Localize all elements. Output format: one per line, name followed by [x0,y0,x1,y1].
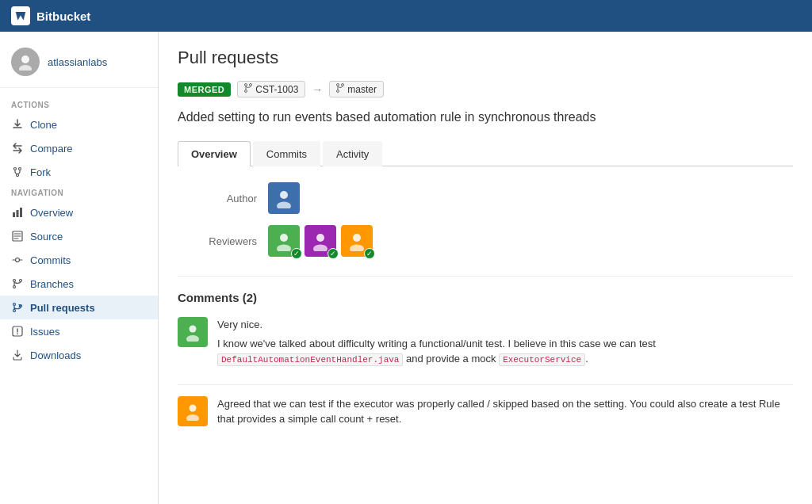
commits-icon [11,254,24,266]
reviewer-2-check: ✓ [327,248,339,259]
sidebar-item-overview[interactable]: Overview [0,200,158,224]
avatar [11,48,40,76]
svg-point-27 [316,234,324,242]
compare-label: Compare [30,143,72,155]
status-badge: MERGED [178,82,231,97]
tab-activity[interactable]: Activity [323,141,382,166]
comment-2-body: Agreed that we can test if the executor … [217,396,793,430]
downloads-icon [11,349,24,361]
comment-1: Very nice. I know we've talked about dif… [178,317,793,370]
sidebar-item-pull-requests[interactable]: Pull requests [0,296,158,319]
overview-label: Overview [30,207,73,219]
reviewers-row: Reviewers ✓ [186,225,785,257]
svg-point-30 [350,245,364,252]
svg-point-29 [353,234,361,242]
clone-icon [11,118,24,131]
navigation-label: NAVIGATION [0,184,158,200]
reviewer-1-check: ✓ [291,248,302,259]
comment-divider [178,384,793,385]
svg-point-2 [14,168,17,170]
overview-content: Author Reviewers [178,182,793,257]
reviewer-3: ✓ [341,225,373,257]
target-branch-icon [336,83,344,95]
page-title: Pull requests [178,48,793,68]
author-label: Author [186,193,257,204]
overview-icon [11,206,24,219]
svg-point-31 [190,326,197,333]
svg-point-10 [13,280,16,282]
logo-icon [11,6,30,25]
sidebar-item-branches[interactable]: Branches [0,272,158,296]
comment-2-avatar [178,396,208,426]
target-branch-tag[interactable]: master [329,81,384,97]
sidebar-item-commits[interactable]: Commits [0,248,158,272]
source-label: Source [30,231,63,242]
svg-point-26 [277,245,291,252]
reviewers-label: Reviewers [186,235,257,247]
sidebar-user: atlassianlabs [0,43,158,88]
comments-section: Comments (2) Very nice. I know we've tal… [178,276,793,430]
pull-requests-label: Pull requests [30,302,95,314]
svg-point-23 [280,191,288,199]
fork-icon [11,166,24,178]
svg-point-21 [342,84,344,86]
comment-1-avatar [178,317,208,347]
reviewer-2: ✓ [304,225,336,257]
sidebar-username[interactable]: atlassianlabs [48,56,107,68]
tabs: Overview Commits Activity [178,140,793,166]
pull-requests-icon [11,301,24,314]
commits-label: Commits [30,254,71,266]
sidebar-item-compare[interactable]: Compare [0,136,158,160]
actions-label: ACTIONS [0,96,158,113]
svg-point-28 [313,245,327,252]
comment-2-line-1: Agreed that we can test if the executor … [217,396,793,427]
author-row: Author [186,182,785,214]
svg-rect-7 [20,208,22,217]
comments-title: Comments (2) [178,291,793,304]
app-layout: atlassianlabs ACTIONS Clone Compare [0,32,812,504]
svg-point-11 [20,280,22,282]
svg-point-18 [250,84,252,86]
main-content: Pull requests MERGED CST-1003 → [159,32,812,504]
target-branch-name: master [347,84,377,95]
svg-rect-6 [17,210,19,217]
tab-commits[interactable]: Commits [253,141,320,166]
svg-point-0 [21,55,29,63]
svg-rect-5 [13,212,15,217]
branches-icon [11,277,24,290]
logo[interactable]: Bitbucket [11,6,90,25]
pr-description: Added setting to run events based automa… [178,109,793,126]
author-avatar [268,182,300,214]
sidebar: atlassianlabs ACTIONS Clone Compare [0,32,159,504]
branch-icon [244,83,252,95]
author-value [268,182,300,214]
sidebar-item-clone[interactable]: Clone [0,113,158,136]
svg-point-24 [277,202,291,209]
source-branch-tag[interactable]: CST-1003 [237,81,305,97]
sidebar-item-issues[interactable]: Issues [0,319,158,343]
comment-1-line-1: Very nice. [217,317,793,333]
compare-icon [11,142,24,155]
svg-point-1 [19,65,32,71]
logo-text: Bitbucket [36,10,90,23]
pr-meta-row: MERGED CST-1003 → [178,81,793,97]
tab-overview[interactable]: Overview [178,141,251,166]
issues-icon [11,325,24,338]
issues-label: Issues [30,326,60,338]
reviewer-1: ✓ [268,225,300,257]
sidebar-item-source[interactable]: Source [0,224,158,248]
source-branch-name: CST-1003 [255,84,298,95]
downloads-label: Downloads [30,349,81,361]
svg-point-14 [13,310,16,312]
fork-label: Fork [30,166,51,178]
svg-point-3 [19,168,21,170]
sidebar-item-fork[interactable]: Fork [0,160,158,184]
sidebar-item-downloads[interactable]: Downloads [0,343,158,367]
svg-point-34 [186,414,199,421]
svg-point-25 [280,234,288,242]
arrow-icon: → [312,83,323,96]
branches-label: Branches [30,278,74,290]
svg-point-32 [186,335,199,342]
reviewers-value: ✓ ✓ [268,225,373,257]
comment-1-body: Very nice. I know we've talked about dif… [217,317,793,370]
